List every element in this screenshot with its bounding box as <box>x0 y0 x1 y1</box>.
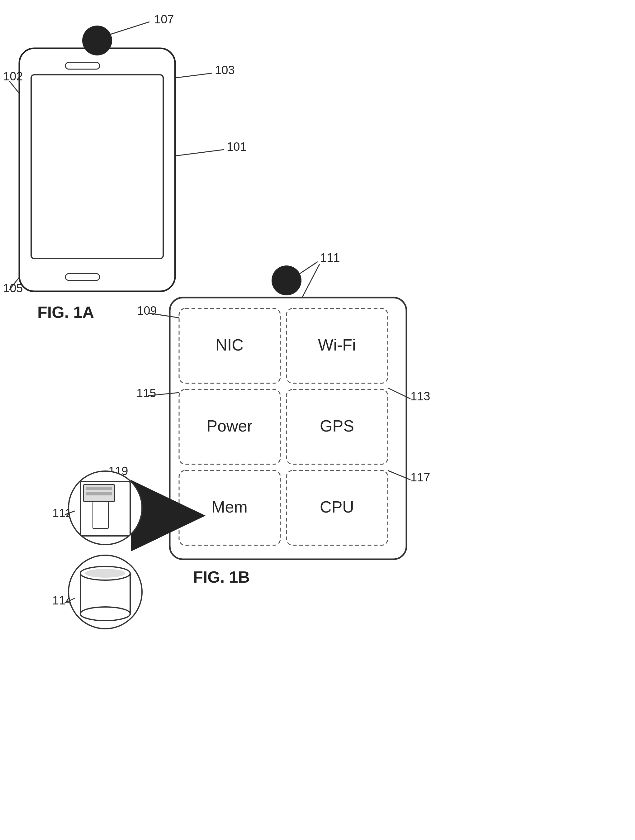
svg-rect-47 <box>84 485 115 502</box>
svg-text:Power: Power <box>206 417 252 435</box>
svg-text:115: 115 <box>136 387 156 400</box>
svg-line-24 <box>299 262 318 274</box>
svg-line-9 <box>9 277 19 290</box>
svg-line-57 <box>65 598 75 603</box>
svg-text:109: 109 <box>137 304 157 317</box>
svg-text:114: 114 <box>52 594 72 607</box>
svg-rect-14 <box>287 390 388 464</box>
svg-rect-46 <box>80 482 130 536</box>
svg-text:Mem: Mem <box>211 498 247 516</box>
svg-text:GPS: GPS <box>320 417 354 435</box>
svg-text:105: 105 <box>3 282 23 295</box>
svg-text:FIG. 1A: FIG. 1A <box>37 303 94 321</box>
svg-point-52 <box>69 555 142 629</box>
svg-text:NIC: NIC <box>216 336 244 354</box>
svg-line-5 <box>110 22 150 34</box>
svg-line-51 <box>65 511 75 515</box>
svg-rect-2 <box>65 62 100 69</box>
svg-text:Wi-Fi: Wi-Fi <box>318 336 356 354</box>
svg-point-23 <box>271 265 301 295</box>
svg-point-56 <box>85 569 126 578</box>
svg-text:103: 103 <box>215 63 235 77</box>
svg-rect-10 <box>170 298 407 559</box>
svg-rect-1 <box>31 75 163 259</box>
svg-line-41 <box>148 393 179 396</box>
svg-text:102: 102 <box>3 70 23 83</box>
svg-rect-48 <box>93 502 109 529</box>
svg-point-55 <box>80 607 130 621</box>
svg-line-42 <box>388 388 410 399</box>
svg-text:111: 111 <box>320 251 340 264</box>
svg-text:101: 101 <box>227 140 246 153</box>
svg-rect-49 <box>86 487 112 490</box>
svg-text:CPU: CPU <box>320 498 354 516</box>
svg-point-54 <box>80 567 130 580</box>
svg-rect-53 <box>80 573 130 614</box>
svg-text:FIG. 1B: FIG. 1B <box>193 568 250 586</box>
svg-line-7 <box>9 81 19 93</box>
svg-text:119: 119 <box>109 464 128 478</box>
svg-line-8 <box>176 150 224 156</box>
svg-line-6 <box>175 73 212 78</box>
svg-rect-3 <box>65 273 100 280</box>
svg-rect-50 <box>86 492 112 496</box>
svg-rect-13 <box>179 390 280 464</box>
svg-marker-44 <box>131 480 206 551</box>
svg-point-45 <box>69 471 142 545</box>
svg-text:117: 117 <box>410 471 430 484</box>
svg-text:113: 113 <box>410 390 430 403</box>
svg-line-39 <box>149 313 179 318</box>
svg-rect-12 <box>287 308 388 383</box>
svg-line-40 <box>302 264 320 298</box>
svg-point-4 <box>82 25 112 55</box>
svg-rect-0 <box>19 48 175 291</box>
svg-text:112: 112 <box>52 507 72 520</box>
svg-rect-11 <box>179 308 280 383</box>
diagram-container: NIC Wi-Fi Power GPS Mem CPU 107 102 103 … <box>0 0 635 840</box>
svg-rect-16 <box>287 471 388 545</box>
svg-rect-15 <box>179 471 280 545</box>
svg-line-43 <box>388 471 410 480</box>
svg-text:107: 107 <box>154 13 174 26</box>
